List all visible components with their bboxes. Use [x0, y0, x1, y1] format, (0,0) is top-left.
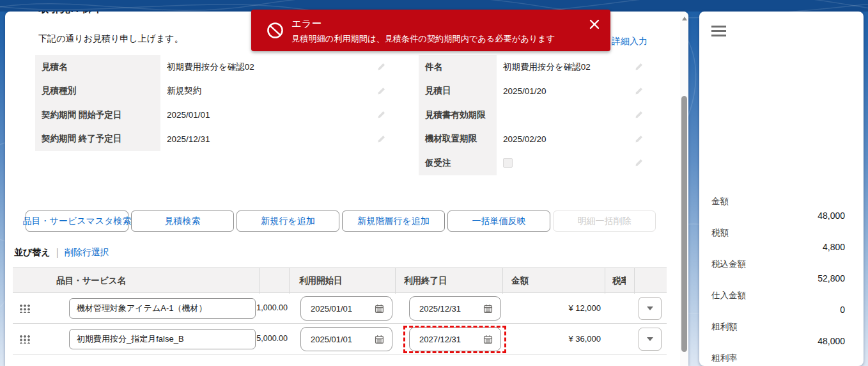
form-row-quote-expiry: 見積書有効期限: [419, 103, 646, 127]
close-icon[interactable]: [589, 19, 600, 30]
edit-pencil-icon[interactable]: [376, 134, 386, 144]
end-date-input[interactable]: 2025/12/31: [409, 296, 501, 321]
edit-pencil-icon[interactable]: [634, 158, 644, 168]
field-value: 2025/02/20: [497, 134, 546, 144]
menu-hamburger-icon[interactable]: [711, 26, 726, 39]
summary-value: 52,800: [711, 273, 845, 283]
table-controls: 並び替え | 削除行選択: [14, 247, 109, 259]
edit-pencil-icon[interactable]: [376, 110, 386, 120]
start-date-input[interactable]: 2025/01/01: [300, 296, 392, 321]
field-label: 見積書有効期限: [419, 103, 497, 127]
drag-handle-icon[interactable]: [19, 304, 30, 313]
error-message: 見積明細の利用期間は、見積条件の契約期間内である必要があります: [291, 33, 555, 45]
summary-value: 48,000: [711, 211, 845, 221]
summary-item-amount: 金額 48,000: [711, 196, 845, 227]
quote-form-right: 件名 初期費用按分を確認02 見積日 2025/01/20 見積書有効期限 機材…: [419, 55, 646, 175]
edit-pencil-icon[interactable]: [634, 134, 644, 144]
end-date-value: 2027/12/31: [419, 335, 461, 344]
main-scrollbar[interactable]: [680, 12, 688, 366]
form-row-quote-date: 見積日 2025/01/20: [419, 79, 646, 104]
error-title: エラー: [291, 17, 322, 31]
summary-value: 48,000: [711, 336, 845, 346]
greeting-text: 下記の通りお見積り申し上げます。: [38, 33, 183, 45]
col-header-end-date: 利用終了日: [404, 268, 447, 294]
column-divider: [395, 268, 396, 294]
sort-label[interactable]: 並び替え: [14, 247, 50, 259]
col-header-tax: 税率: [612, 268, 626, 294]
amount-value: ¥ 36,000: [518, 334, 601, 344]
form-row-contract-start: 契約期間 開始予定日 2025/01/01: [35, 103, 389, 127]
row-menu-dropdown-button[interactable]: [639, 328, 662, 351]
col-header-amount: 金額: [511, 268, 529, 294]
start-date-value: 2025/01/01: [311, 304, 352, 314]
form-row-provisional-order: 仮受注: [419, 151, 646, 175]
calendar-icon[interactable]: [483, 304, 493, 314]
provisional-order-checkbox[interactable]: [503, 158, 513, 168]
line-items-table: 品目・サービス名 利用開始日 利用終了日 金額 税率 機材管理対象アイテムA-1…: [13, 267, 667, 293]
field-value: 初期費用按分を確認02: [160, 61, 254, 73]
unit-price-value: 1,000.00: [236, 303, 288, 312]
field-label: 契約期間 開始予定日: [35, 103, 160, 127]
summary-label: 税込金額: [711, 259, 845, 270]
error-toast: エラー 見積明細の利用期間は、見積条件の契約期間内である必要があります: [251, 10, 610, 51]
chevron-down-icon: [647, 337, 653, 341]
totals-summary: 金額 48,000 税額 4,800 税込金額 52,800 仕入金額 0 粗利…: [711, 196, 845, 366]
field-label: 見積種別: [35, 79, 160, 104]
field-value: 2025/01/20: [497, 86, 546, 96]
row-menu-dropdown-button[interactable]: [639, 297, 662, 320]
end-date-input-error[interactable]: 2027/12/31: [409, 327, 501, 351]
bulk-unit-price-apply-button[interactable]: 一括単価反映: [447, 211, 550, 232]
start-date-value: 2025/01/01: [311, 335, 352, 344]
form-row-quote-name: 見積名 初期費用按分を確認02: [35, 55, 389, 79]
edit-pencil-icon[interactable]: [634, 110, 644, 120]
item-name-input[interactable]: 初期費用按分_指定月false_B: [69, 329, 256, 349]
summary-item-gross-profit-rate: 粗利率: [711, 353, 845, 366]
field-label: 機材取置期限: [419, 127, 497, 152]
add-new-row-button[interactable]: 新規行を追加: [236, 211, 339, 232]
quote-search-button[interactable]: 見積検索: [131, 211, 234, 232]
add-hierarchy-row-button[interactable]: 新規階層行を追加: [342, 211, 445, 232]
field-label: 仮受注: [419, 151, 497, 175]
table-row: 初期費用按分_指定月false_B 5,000.00 2025/01/01 20…: [13, 324, 667, 354]
edit-pencil-icon[interactable]: [634, 62, 644, 72]
amount-value: ¥ 12,000: [518, 303, 601, 313]
calendar-icon[interactable]: [483, 335, 493, 344]
field-value: 初期費用按分を確認02: [497, 61, 591, 73]
table-row: 機材管理対象アイテムA-1（機材） 1,000.00 2025/01/01 20…: [13, 293, 667, 324]
column-divider: [289, 268, 290, 294]
quote-form-left: 見積名 初期費用按分を確認02 見積種別 新規契約 契約期間 開始予定日 202…: [35, 55, 389, 151]
quote-main-panel: 取引先A 御中 下記の通りお見積り申し上げます。 詳細入力 見積名 初期費用按分…: [5, 12, 688, 366]
item-service-master-search-button[interactable]: 品目・サービスマスタ検索: [26, 211, 128, 232]
calendar-icon[interactable]: [375, 335, 384, 344]
table-header-row: 品目・サービス名 利用開始日 利用終了日 金額 税率: [13, 267, 667, 293]
scrollbar-up-arrow-icon[interactable]: [682, 17, 687, 20]
column-divider: [259, 268, 260, 294]
chevron-down-icon: [647, 306, 653, 310]
unit-price-value: 5,000.00: [236, 334, 288, 343]
field-label: 見積名: [35, 55, 160, 79]
calendar-icon[interactable]: [375, 304, 384, 314]
field-label: 見積日: [419, 79, 497, 104]
delete-row-select-link[interactable]: 削除行選択: [65, 247, 109, 259]
edit-pencil-icon[interactable]: [376, 62, 386, 72]
field-value: 2025/01/01: [160, 110, 210, 120]
summary-item-tax-included: 税込金額 52,800: [711, 259, 845, 290]
summary-label: 粗利額: [711, 321, 845, 333]
drag-handle-icon[interactable]: [19, 335, 30, 344]
summary-label: 粗利率: [711, 353, 845, 364]
field-label: 件名: [419, 55, 497, 79]
column-divider: [634, 268, 635, 294]
edit-pencil-icon[interactable]: [376, 86, 386, 96]
end-date-value: 2025/12/31: [419, 304, 461, 314]
field-value: 新規契約: [160, 85, 201, 97]
summary-side-panel: 金額 48,000 税額 4,800 税込金額 52,800 仕入金額 0 粗利…: [699, 12, 864, 366]
line-items-toolbar: 品目・サービスマスタ検索 見積検索 新規行を追加 新規階層行を追加 一括単価反映…: [26, 211, 656, 232]
detail-input-link[interactable]: 詳細入力: [612, 36, 647, 47]
scrollbar-thumb[interactable]: [681, 96, 687, 352]
summary-item-gross-profit: 粗利額 48,000: [711, 321, 845, 353]
col-header-item-name: 品目・サービス名: [56, 268, 126, 294]
item-name-input[interactable]: 機材管理対象アイテムA-1（機材）: [69, 298, 256, 319]
summary-value: 0: [711, 305, 845, 315]
start-date-input[interactable]: 2025/01/01: [300, 327, 392, 351]
edit-pencil-icon[interactable]: [634, 86, 644, 96]
